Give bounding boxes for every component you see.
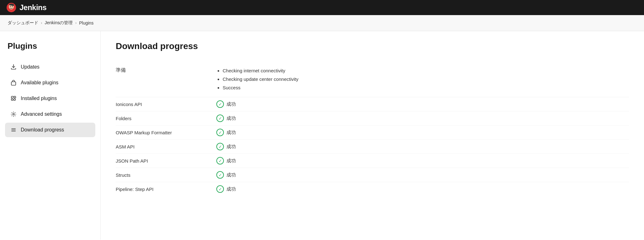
breadcrumb-sep-1: › xyxy=(41,21,42,25)
plugin-row-jsonpath: JSON Path API ✓ 成功 xyxy=(116,154,629,168)
main-content: Download progress 準備 Checking internet c… xyxy=(101,31,644,240)
plugin-row-ionicons: Ionicons API ✓ 成功 xyxy=(116,97,629,111)
plugin-status-text-pipeline-step: 成功 xyxy=(226,186,236,192)
plugin-status-jsonpath: ✓ 成功 xyxy=(216,157,236,165)
plugin-status-pipeline-step: ✓ 成功 xyxy=(216,185,236,193)
gear-icon xyxy=(10,111,17,118)
progress-table: 準備 Checking internet connectivity Checki… xyxy=(116,61,629,196)
prep-details: Checking internet connectivity Checking … xyxy=(216,66,629,92)
success-check-icon-ionicons: ✓ xyxy=(216,100,224,108)
plugin-name-pipeline-step: Pipeline: Step API xyxy=(116,187,216,192)
sidebar-item-available-plugins-label: Available plugins xyxy=(21,80,58,86)
plugin-row-owasp: OWASP Markup Formatter ✓ 成功 xyxy=(116,126,629,140)
download-icon xyxy=(10,64,17,70)
plugin-row-folders: Folders ✓ 成功 xyxy=(116,111,629,126)
svg-rect-5 xyxy=(11,82,16,85)
plugin-status-text-folders: 成功 xyxy=(226,115,236,121)
plugin-row-asm: ASM API ✓ 成功 xyxy=(116,140,629,154)
prep-item-1: Checking internet connectivity xyxy=(223,66,629,75)
svg-point-3 xyxy=(12,6,13,7)
plugin-status-asm: ✓ 成功 xyxy=(216,143,236,150)
sidebar-item-updates[interactable]: Updates xyxy=(5,60,95,74)
content-title: Download progress xyxy=(116,41,629,51)
breadcrumb-current: Plugins xyxy=(79,20,93,25)
plugin-name-ionicons: Ionicons API xyxy=(116,102,216,107)
success-check-icon-jsonpath: ✓ xyxy=(216,157,224,165)
main-layout: Plugins Updates xyxy=(0,31,644,240)
sidebar-item-updates-label: Updates xyxy=(21,64,40,70)
plugin-status-folders: ✓ 成功 xyxy=(216,114,236,122)
prep-section: 準備 Checking internet connectivity Checki… xyxy=(116,61,629,97)
list-icon xyxy=(10,126,17,133)
app-title: Jenkins xyxy=(19,3,47,12)
breadcrumb-dashboard[interactable]: ダッシュボード xyxy=(8,20,38,26)
plugin-name-asm: ASM API xyxy=(116,144,216,149)
breadcrumb-manage[interactable]: Jenkinsの管理 xyxy=(45,20,73,26)
success-check-icon-owasp: ✓ xyxy=(216,129,224,136)
plugin-status-structs: ✓ 成功 xyxy=(216,171,236,179)
sidebar-title: Plugins xyxy=(5,41,95,51)
svg-rect-4 xyxy=(9,9,14,11)
sidebar-item-installed-plugins-label: Installed plugins xyxy=(21,96,57,101)
sidebar-nav: Updates Available plugins xyxy=(5,60,95,137)
puzzle-icon xyxy=(10,95,17,102)
sidebar-item-download-progress[interactable]: Download progress xyxy=(5,123,95,137)
plugin-status-owasp: ✓ 成功 xyxy=(216,129,236,136)
plugin-status-text-asm: 成功 xyxy=(226,144,236,150)
plugin-status-text-owasp: 成功 xyxy=(226,130,236,136)
plugin-name-jsonpath: JSON Path API xyxy=(116,158,216,164)
plugin-row-structs: Structs ✓ 成功 xyxy=(116,168,629,182)
success-check-icon-pipeline-step: ✓ xyxy=(216,185,224,193)
prep-item-3: Success xyxy=(223,83,629,92)
plugin-name-folders: Folders xyxy=(116,116,216,121)
svg-point-6 xyxy=(13,114,14,115)
plugin-name-owasp: OWASP Markup Formatter xyxy=(116,130,216,135)
plugin-row-pipeline-step: Pipeline: Step API ✓ 成功 xyxy=(116,182,629,196)
plugin-status-text-ionicons: 成功 xyxy=(226,101,236,107)
sidebar-item-advanced-settings[interactable]: Advanced settings xyxy=(5,107,95,121)
breadcrumb: ダッシュボード › Jenkinsの管理 › Plugins xyxy=(0,15,644,31)
success-check-icon-folders: ✓ xyxy=(216,114,224,122)
success-check-icon-asm: ✓ xyxy=(216,143,224,150)
plugin-status-ionicons: ✓ 成功 xyxy=(216,100,236,108)
sidebar-item-available-plugins[interactable]: Available plugins xyxy=(5,75,95,90)
prep-label: 準備 xyxy=(116,66,216,74)
logo-container: Jenkins xyxy=(6,3,47,13)
app-header: Jenkins xyxy=(0,0,644,15)
sidebar: Plugins Updates xyxy=(0,31,101,240)
plugin-status-text-jsonpath: 成功 xyxy=(226,158,236,164)
sidebar-item-advanced-settings-label: Advanced settings xyxy=(21,111,62,117)
svg-point-2 xyxy=(10,6,11,7)
sidebar-item-download-progress-label: Download progress xyxy=(21,127,64,133)
success-check-icon-structs: ✓ xyxy=(216,171,224,179)
sidebar-item-installed-plugins[interactable]: Installed plugins xyxy=(5,91,95,106)
bag-icon xyxy=(10,79,17,86)
prep-item-2: Checking update center connectivity xyxy=(223,75,629,83)
jenkins-logo-icon xyxy=(6,3,16,13)
breadcrumb-sep-2: › xyxy=(75,21,76,25)
plugin-name-structs: Structs xyxy=(116,172,216,178)
plugin-status-text-structs: 成功 xyxy=(226,172,236,178)
